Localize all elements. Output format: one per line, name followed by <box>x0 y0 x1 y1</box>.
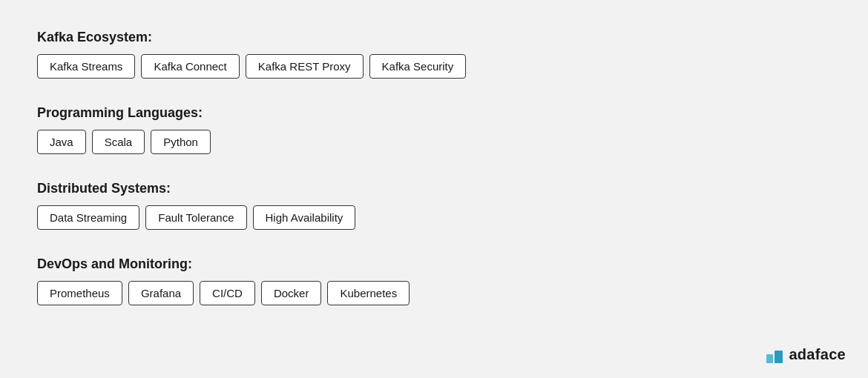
tag-item: High Availability <box>253 205 356 230</box>
tag-item: Fault Tolerance <box>145 205 246 230</box>
tags-container-devops-monitoring: PrometheusGrafanaCI/CDDockerKubernetes <box>37 281 831 311</box>
tag-item: Kafka Connect <box>141 54 239 79</box>
tag-item: Kafka REST Proxy <box>246 54 364 79</box>
brand-name: adaface <box>789 346 846 363</box>
section-kafka-ecosystem: Kafka Ecosystem:Kafka StreamsKafka Conne… <box>37 30 831 84</box>
section-programming-languages: Programming Languages:JavaScalaPython <box>37 105 831 160</box>
tag-item: Java <box>37 130 86 154</box>
tag-item: CI/CD <box>200 281 255 305</box>
tag-item: Kubernetes <box>327 281 410 305</box>
section-distributed-systems: Distributed Systems:Data StreamingFault … <box>37 181 831 236</box>
svg-rect-0 <box>766 354 773 363</box>
tags-container-kafka-ecosystem: Kafka StreamsKafka ConnectKafka REST Pro… <box>37 54 831 84</box>
main-content: Kafka Ecosystem:Kafka StreamsKafka Conne… <box>0 0 868 362</box>
svg-rect-1 <box>775 351 783 363</box>
section-title-distributed-systems: Distributed Systems: <box>37 181 831 196</box>
tag-item: Python <box>151 130 211 154</box>
tag-item: Grafana <box>128 281 194 305</box>
tag-item: Kafka Security <box>369 54 467 79</box>
tags-container-distributed-systems: Data StreamingFault ToleranceHigh Availa… <box>37 205 831 236</box>
section-title-kafka-ecosystem: Kafka Ecosystem: <box>37 30 831 45</box>
section-title-programming-languages: Programming Languages: <box>37 105 831 121</box>
tag-item: Kafka Streams <box>37 54 135 79</box>
tags-container-programming-languages: JavaScalaPython <box>37 130 831 160</box>
tag-item: Data Streaming <box>37 205 139 230</box>
tag-item: Scala <box>92 130 145 154</box>
section-title-devops-monitoring: DevOps and Monitoring: <box>37 256 831 272</box>
tag-item: Docker <box>261 281 322 305</box>
adaface-icon <box>766 347 783 363</box>
tag-item: Prometheus <box>37 281 122 305</box>
section-devops-monitoring: DevOps and Monitoring:PrometheusGrafanaC… <box>37 256 831 311</box>
branding: adaface <box>766 346 846 363</box>
